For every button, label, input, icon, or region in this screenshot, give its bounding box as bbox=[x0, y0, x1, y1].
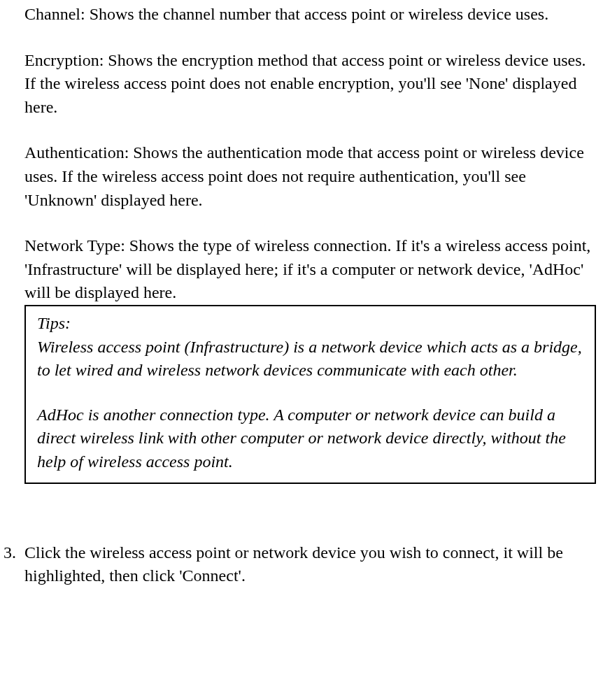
tips-box: Tips: Wireless access point (Infrastruct… bbox=[24, 305, 596, 484]
step-3-number: 3. bbox=[3, 541, 24, 588]
network-type-paragraph: Network Type: Shows the type of wireless… bbox=[24, 234, 596, 305]
step-3-text: Click the wireless access point or netwo… bbox=[24, 541, 596, 588]
channel-paragraph: Channel: Shows the channel number that a… bbox=[24, 3, 596, 27]
tips-adhoc: AdHoc is another connection type. A comp… bbox=[37, 403, 583, 474]
tips-heading: Tips: bbox=[37, 312, 583, 336]
encryption-paragraph: Encryption: Shows the encryption method … bbox=[24, 49, 596, 120]
step-3: 3. Click the wireless access point or ne… bbox=[0, 541, 596, 588]
tips-infrastructure: Wireless access point (Infrastructure) i… bbox=[37, 336, 583, 383]
authentication-paragraph: Authentication: Shows the authentication… bbox=[24, 141, 596, 212]
